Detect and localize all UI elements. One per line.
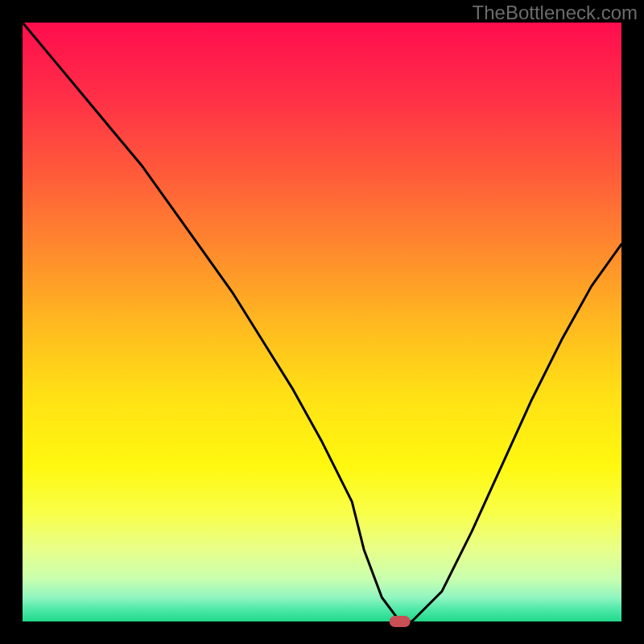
chart-frame — [0, 621, 644, 644]
bottleneck-chart: TheBottleneck.com — [0, 0, 644, 644]
chart-svg — [0, 0, 644, 644]
watermark-text: TheBottleneck.com — [473, 2, 638, 24]
chart-frame — [0, 0, 23, 644]
chart-frame — [621, 0, 644, 644]
optimal-marker — [390, 616, 411, 627]
gradient-background — [23, 23, 621, 621]
